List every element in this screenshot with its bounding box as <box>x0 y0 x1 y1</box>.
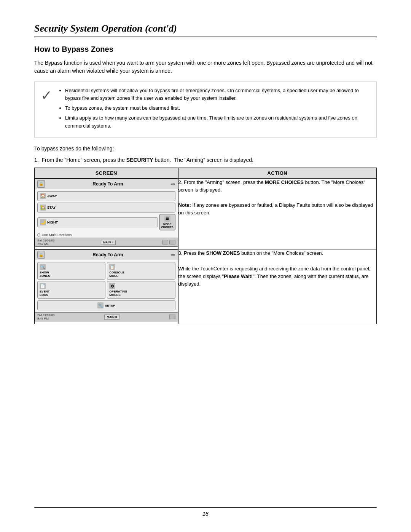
setup-label: SETUP <box>105 304 115 307</box>
event-logs-button[interactable]: 📄 EVENTLOGS <box>37 281 105 299</box>
arm-multi-label: Arm Multi-Partitions <box>42 233 72 237</box>
event-logs-inner: 📄 <box>40 283 46 289</box>
action-cell-1: 2. From the "Arming" screen, press the M… <box>178 178 376 249</box>
lock-icon: 🔒 <box>37 180 45 188</box>
radio-icon <box>37 233 40 236</box>
home-stay-icon: 🏡 <box>40 204 46 211</box>
action-note-1: Note: If any zones are bypassed or fault… <box>178 201 376 217</box>
zones-icon: 🔍 <box>40 264 46 270</box>
page-footer: 18 <box>34 507 377 517</box>
bottom-icons-2 <box>169 315 175 319</box>
logs-icon: 📄 <box>40 283 46 289</box>
bullet-1: Residential systems will not allow you t… <box>65 87 370 102</box>
action-text-1: 2. From the "Arming" screen, press the M… <box>178 179 376 194</box>
screen-cell-1: 🔒 Ready To Arm ⇨ 🏠 AWAY <box>35 178 178 249</box>
section-title: How to Bypass Zones <box>34 45 377 54</box>
page-header: Security System Operation (cont'd) <box>34 23 377 37</box>
bottom-icons-1 <box>162 240 175 244</box>
page-number: 18 <box>202 511 209 517</box>
main-label-1: MAIN II <box>101 240 116 245</box>
page-title: Security System Operation (cont'd) <box>34 23 377 34</box>
console-mode-button[interactable]: 📋 CONSOLEMODE <box>107 262 175 280</box>
bullet-3: Limits apply as to how many zones can be… <box>65 114 370 129</box>
setup-button[interactable]: 🔧 SETUP <box>37 300 175 310</box>
note-bullets: Residential systems will not allow you t… <box>58 87 370 132</box>
away-button[interactable]: 🏠 AWAY <box>37 191 175 201</box>
screen-top-bar-1: 🔒 Ready To Arm ⇨ <box>35 179 178 189</box>
screen-title-1: Ready To Arm <box>92 181 123 187</box>
arm-multi-row: Arm Multi-Partitions <box>35 232 178 238</box>
stay-button[interactable]: 🏡 STAY <box>37 203 175 212</box>
screen-mockup-1: 🔒 Ready To Arm ⇨ 🏠 AWAY <box>35 179 178 247</box>
main-label-2: MAIN II <box>104 315 119 320</box>
action-cell-2: 3. Press the SHOW ZONES button on the "M… <box>178 249 376 324</box>
col-header-screen: SCREEN <box>35 168 178 178</box>
status-icon-2 <box>169 240 175 244</box>
console-mode-label: CONSOLEMODE <box>109 271 124 278</box>
bullet-2: To bypass zones, the system must be disa… <box>65 104 370 112</box>
show-zones-label: SHOWZONES <box>40 271 50 278</box>
setup-icon: 🔧 <box>97 302 104 308</box>
away-btn-row: 🏠 AWAY <box>35 189 178 202</box>
screen-mockup-2: 🔒 Ready To Arm ⇨ 🔍 SHOWZONES <box>35 249 178 321</box>
col-header-action: ACTION <box>178 168 376 178</box>
screen-title-2: Ready To Arm <box>92 252 123 257</box>
operating-modes-label: OPERATINGMODES <box>109 290 127 297</box>
status-icon-3 <box>169 315 175 319</box>
lock-icon-2: 🔒 <box>37 251 45 259</box>
screen-cell-2: 🔒 Ready To Arm ⇨ 🔍 SHOWZONES <box>35 249 178 324</box>
show-zones-button[interactable]: 🔍 SHOWZONES <box>37 262 105 280</box>
operating-modes-inner: ⚙ <box>109 283 115 289</box>
more-choices-button[interactable]: ☰ MORECHOICES <box>159 214 175 231</box>
datetime-label-1: Sat 01/01/037:42 AM <box>37 239 54 246</box>
status-icon-1 <box>162 240 168 244</box>
screen-top-bar-2: 🔒 Ready To Arm ⇨ <box>35 250 178 260</box>
datetime-label-2: SM 01/01/039:49 PM <box>37 313 54 320</box>
screen-bottom-bar-1: Sat 01/01/037:42 AM MAIN II <box>35 238 178 246</box>
page: Security System Operation (cont'd) How t… <box>0 0 411 532</box>
show-zones-inner: 🔍 <box>40 264 46 270</box>
night-icon: 🌙 <box>40 219 46 225</box>
screen-action-table: SCREEN ACTION 🔒 Ready To Arm ⇨ <box>34 168 377 324</box>
table-row-2: 🔒 Ready To Arm ⇨ 🔍 SHOWZONES <box>35 249 377 324</box>
action-text-2b: While the TouchCenter is requesting and … <box>178 265 376 288</box>
screen-bottom-bar-2: SM 01/01/039:49 PM MAIN II <box>35 312 178 321</box>
op-modes-icon: ⚙ <box>109 283 115 289</box>
more-choices-label: MORECHOICES <box>161 223 174 229</box>
step1-text: 1. From the "Home" screen, press the SEC… <box>34 157 377 163</box>
more-choices-icon: ☰ <box>164 216 170 222</box>
screen-arrow-2: ⇨ <box>171 252 175 258</box>
operating-modes-button[interactable]: ⚙ OPERATINGMODES <box>107 281 175 299</box>
console-icon: 📋 <box>109 264 115 270</box>
screen-arrow-1: ⇨ <box>171 181 175 187</box>
night-button[interactable]: 🌙 NIGHT <box>37 217 158 227</box>
night-more-row: 🌙 NIGHT ☰ MORECHOICES <box>35 213 178 233</box>
intro-paragraph: The Bypass function is used when you wan… <box>34 59 377 75</box>
event-logs-label: EVENTLOGS <box>40 290 50 297</box>
console-mode-inner: 📋 <box>109 264 115 270</box>
instruction-text: To bypass zones do the following: <box>34 145 377 152</box>
note-box: ✓ Residential systems will not allow you… <box>34 81 377 138</box>
table-row-1: 🔒 Ready To Arm ⇨ 🏠 AWAY <box>35 178 377 249</box>
checkmark-icon: ✓ <box>41 88 52 104</box>
more-choices-grid: 🔍 SHOWZONES 📋 CONSOLEMODE <box>35 260 178 300</box>
action-text-2a: 3. Press the SHOW ZONES button on the "M… <box>178 249 376 257</box>
home-away-icon: 🏠 <box>40 193 46 199</box>
stay-btn-row: 🏡 STAY <box>35 202 178 213</box>
